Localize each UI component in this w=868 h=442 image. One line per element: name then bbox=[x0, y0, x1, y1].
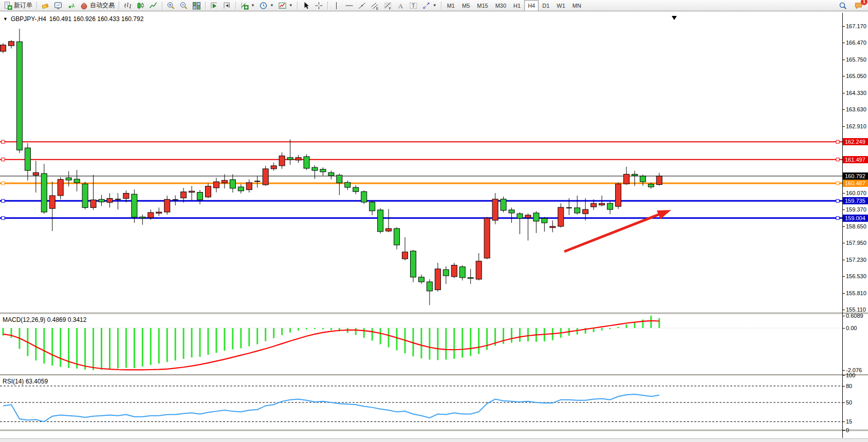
tile-windows-icon[interactable] bbox=[190, 0, 203, 11]
bear-candle[interactable] bbox=[25, 148, 30, 170]
bull-candle[interactable] bbox=[296, 158, 301, 160]
bear-candle[interactable] bbox=[370, 202, 375, 211]
bear-candle[interactable] bbox=[328, 172, 334, 176]
bull-candle[interactable] bbox=[1, 45, 6, 51]
bear-candle[interactable] bbox=[304, 157, 309, 168]
bull-candle[interactable] bbox=[156, 212, 162, 213]
timeframe-D1[interactable]: D1 bbox=[539, 0, 553, 11]
chart-shift-icon[interactable] bbox=[220, 0, 233, 11]
bull-candle[interactable] bbox=[33, 172, 39, 175]
bull-candle[interactable] bbox=[189, 191, 195, 192]
bull-candle[interactable] bbox=[90, 200, 96, 207]
bull-candle[interactable] bbox=[656, 176, 662, 184]
bear-candle[interactable] bbox=[533, 213, 539, 221]
bear-candle[interactable] bbox=[394, 228, 400, 245]
timeframe-MN[interactable]: MN bbox=[569, 0, 585, 11]
rsi-pane[interactable] bbox=[0, 376, 842, 430]
timeframe-M15[interactable]: M15 bbox=[473, 0, 491, 11]
arrows-icon[interactable]: ▼ bbox=[420, 0, 439, 11]
bear-candle[interactable] bbox=[459, 267, 465, 278]
bear-candle[interactable] bbox=[427, 282, 432, 291]
bear-candle[interactable] bbox=[238, 187, 244, 191]
bull-candle[interactable] bbox=[206, 186, 211, 197]
vline-icon[interactable] bbox=[330, 0, 343, 11]
bull-candle[interactable] bbox=[271, 166, 276, 169]
bull-candle[interactable] bbox=[583, 209, 588, 214]
bear-candle[interactable] bbox=[418, 277, 424, 282]
bear-candle[interactable] bbox=[353, 187, 359, 191]
crosshair-icon[interactable] bbox=[312, 0, 325, 11]
bear-candle[interactable] bbox=[140, 217, 145, 218]
bear-candle[interactable] bbox=[99, 199, 104, 202]
bull-candle[interactable] bbox=[221, 180, 227, 183]
text-icon[interactable]: A bbox=[394, 0, 407, 11]
bear-candle[interactable] bbox=[632, 174, 637, 176]
bear-candle[interactable] bbox=[74, 179, 80, 183]
eraser-icon[interactable] bbox=[39, 0, 52, 11]
bull-candle[interactable] bbox=[402, 252, 408, 259]
timeframe-M5[interactable]: M5 bbox=[458, 0, 473, 11]
autotrade-button[interactable]: 自动交易 bbox=[78, 0, 117, 11]
candlestick-chart[interactable] bbox=[0, 13, 842, 313]
bear-candle[interactable] bbox=[468, 278, 473, 279]
bear-candle[interactable] bbox=[66, 178, 71, 180]
fibonacci-icon[interactable]: F bbox=[381, 0, 394, 11]
bull-candle[interactable] bbox=[386, 228, 392, 231]
bull-candle[interactable] bbox=[148, 213, 154, 218]
templates-icon[interactable]: ▼ bbox=[276, 0, 295, 11]
zoom-out-icon[interactable] bbox=[177, 0, 190, 11]
bull-candle[interactable] bbox=[435, 269, 440, 290]
bull-candle[interactable] bbox=[550, 226, 556, 227]
bull-candle[interactable] bbox=[492, 199, 498, 220]
search-icon[interactable] bbox=[837, 0, 849, 11]
chevron-down-icon[interactable]: ▼ bbox=[251, 3, 255, 8]
periods-icon[interactable]: ▼ bbox=[257, 0, 276, 11]
bear-candle[interactable] bbox=[230, 180, 235, 188]
bull-candle[interactable] bbox=[279, 156, 285, 166]
bull-candle[interactable] bbox=[616, 184, 621, 206]
bull-candle[interactable] bbox=[623, 174, 629, 184]
auto-scroll-icon[interactable] bbox=[208, 0, 220, 11]
bear-candle[interactable] bbox=[312, 167, 318, 170]
pane-separator[interactable] bbox=[0, 430, 868, 432]
bull-candle[interactable] bbox=[49, 196, 55, 208]
bull-candle[interactable] bbox=[213, 182, 219, 188]
channel-icon[interactable]: E bbox=[368, 0, 381, 11]
bear-candle[interactable] bbox=[320, 169, 326, 172]
bull-candle[interactable] bbox=[599, 203, 605, 205]
bear-candle[interactable] bbox=[132, 194, 137, 217]
bear-candle[interactable] bbox=[41, 174, 47, 212]
bull-candle[interactable] bbox=[591, 203, 597, 207]
hline-icon[interactable] bbox=[343, 0, 356, 11]
bear-candle[interactable] bbox=[82, 184, 88, 207]
bull-candle[interactable] bbox=[107, 199, 113, 203]
bull-candle[interactable] bbox=[476, 261, 482, 279]
bull-candle[interactable] bbox=[164, 199, 170, 212]
bull-candle[interactable] bbox=[123, 193, 129, 198]
bull-candle[interactable] bbox=[58, 179, 63, 196]
candlestick-icon[interactable] bbox=[134, 0, 147, 11]
trendline-icon[interactable] bbox=[356, 0, 368, 11]
terminal-icon[interactable] bbox=[52, 0, 65, 11]
bear-candle[interactable] bbox=[509, 210, 514, 213]
bear-candle[interactable] bbox=[443, 270, 449, 276]
bear-candle[interactable] bbox=[345, 182, 350, 187]
timeframe-H1[interactable]: H1 bbox=[510, 0, 524, 11]
timeframe-W1[interactable]: W1 bbox=[553, 0, 569, 11]
bear-candle[interactable] bbox=[197, 193, 203, 200]
bear-candle[interactable] bbox=[575, 208, 580, 213]
bear-candle[interactable] bbox=[16, 42, 22, 150]
bear-candle[interactable] bbox=[287, 158, 293, 160]
bar-chart-icon[interactable] bbox=[121, 0, 134, 11]
bull-candle[interactable] bbox=[484, 218, 490, 258]
bear-candle[interactable] bbox=[542, 218, 547, 223]
bull-candle[interactable] bbox=[246, 183, 252, 190]
bull-candle[interactable] bbox=[263, 169, 268, 185]
bear-candle[interactable] bbox=[640, 176, 645, 182]
chevron-down-icon[interactable]: ▼ bbox=[270, 3, 274, 8]
bear-candle[interactable] bbox=[517, 214, 523, 218]
signal-icon[interactable] bbox=[65, 0, 78, 11]
chevron-down-icon[interactable]: ▼ bbox=[433, 3, 437, 8]
notifications-icon[interactable]: 1 bbox=[852, 0, 865, 11]
bull-candle[interactable] bbox=[525, 215, 531, 218]
